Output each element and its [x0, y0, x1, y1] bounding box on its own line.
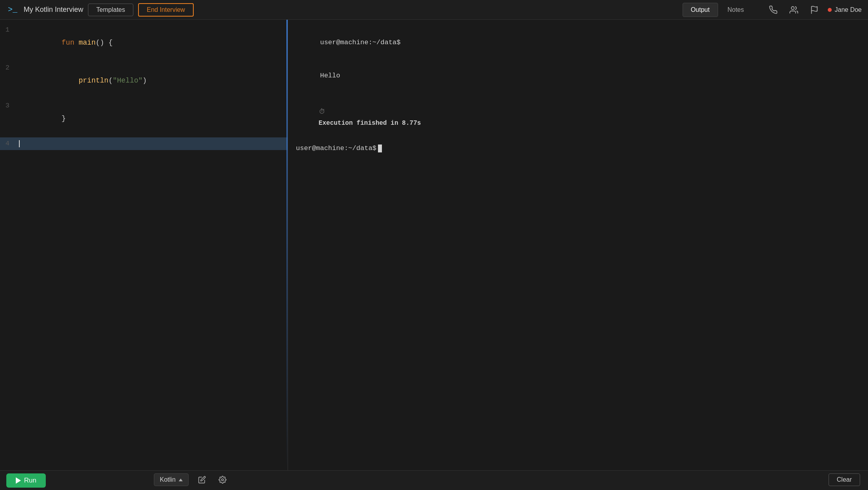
output-notes-tabs: Output Notes — [683, 3, 752, 17]
tab-notes[interactable]: Notes — [720, 3, 752, 17]
code-line-2: 2 println("Hello") — [0, 62, 288, 100]
line-number-4: 4 — [0, 137, 16, 150]
line-number-3: 3 — [0, 100, 16, 112]
language-selector[interactable]: Kotlin — [154, 473, 189, 486]
code-line-4: 4 — [0, 137, 288, 150]
phone-icon-button[interactable] — [766, 3, 780, 17]
header-icons: Jane Doe — [766, 3, 862, 17]
users-icon-button[interactable] — [787, 3, 801, 17]
output-panel: user@machine:~/data$ Hello ⏱ Execution f… — [288, 20, 868, 470]
output-prompt-2: user@machine:~/data$ — [296, 143, 860, 154]
header-left: >_ My Kotlin Interview Templates End Int… — [6, 3, 676, 17]
output-hello: Hello — [296, 59, 860, 92]
code-line-1: 1 fun main() { — [0, 24, 288, 62]
main-content: 1 fun main() { 2 println("Hello") 3 } — [0, 20, 868, 470]
editor-right-divider — [286, 20, 288, 470]
line-content-2: println("Hello") — [16, 62, 288, 100]
interview-title: My Kotlin Interview — [24, 6, 83, 14]
header-right: Output Notes — [683, 3, 862, 17]
end-interview-button[interactable]: End Interview — [138, 3, 194, 17]
settings-icon-button[interactable] — [215, 473, 230, 487]
line-content-1: fun main() { — [16, 24, 288, 62]
terminal-icon: >_ — [6, 4, 19, 16]
line-content-4 — [16, 137, 288, 150]
flag-icon-button[interactable] — [807, 3, 821, 17]
user-info: Jane Doe — [828, 6, 862, 13]
run-button[interactable]: Run — [6, 473, 46, 488]
run-label: Run — [24, 477, 36, 484]
play-icon — [16, 477, 21, 484]
output-execution-status: ⏱ Execution finished in 8.77s — [296, 96, 860, 140]
header: >_ My Kotlin Interview Templates End Int… — [0, 0, 868, 20]
svg-point-2 — [222, 479, 224, 481]
language-label: Kotlin — [160, 476, 176, 483]
tab-output[interactable]: Output — [683, 3, 718, 17]
editor-panel[interactable]: 1 fun main() { 2 println("Hello") 3 } — [0, 20, 288, 470]
username-label: Jane Doe — [835, 6, 862, 13]
code-line-3: 3 } — [0, 100, 288, 137]
edit-icon-button[interactable] — [195, 473, 209, 487]
terminal-cursor — [378, 145, 382, 152]
templates-button[interactable]: Templates — [88, 4, 133, 16]
chevron-up-icon — [179, 479, 183, 481]
line-number-2: 2 — [0, 62, 16, 74]
line-content-3: } — [16, 100, 288, 137]
output-prompt-1: user@machine:~/data$ — [296, 26, 860, 59]
line-number-1: 1 — [0, 24, 16, 36]
status-dot — [828, 8, 832, 12]
bottom-toolbar: Run Kotlin Clear — [0, 470, 868, 490]
svg-point-0 — [791, 6, 794, 9]
clear-button[interactable]: Clear — [829, 473, 860, 486]
code-editor[interactable]: 1 fun main() { 2 println("Hello") 3 } — [0, 20, 288, 470]
